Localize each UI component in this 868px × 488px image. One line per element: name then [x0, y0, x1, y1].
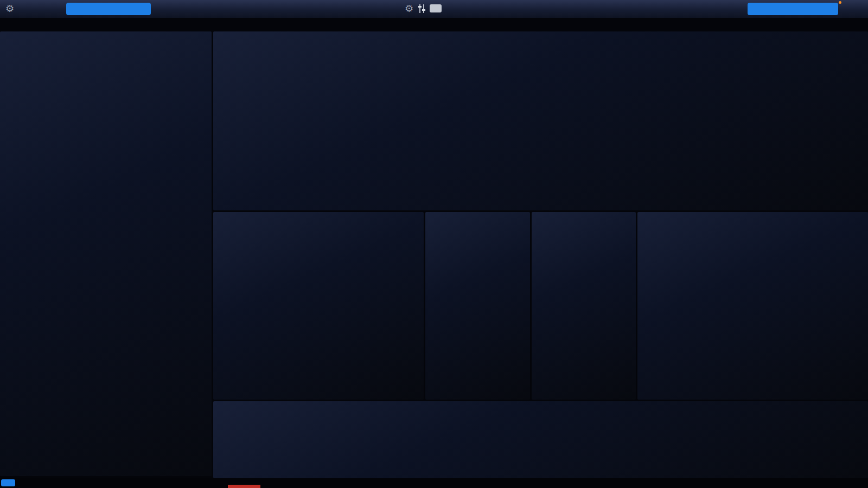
surround-scope-panel	[213, 212, 424, 400]
top-bar: ⚙ ⚙	[0, 0, 868, 18]
mixer-faders-icon[interactable]	[418, 4, 426, 14]
bottom-red-fragment	[228, 485, 260, 488]
settings-gear-icon[interactable]: ⚙	[405, 4, 413, 14]
window-bottom-bar	[0, 478, 868, 488]
bottom-left-blue-button[interactable]	[1, 479, 15, 486]
magnitude-spectrum-panel	[213, 31, 868, 210]
audio-source-gear-icon[interactable]: ⚙	[5, 4, 14, 14]
analyzer-window: ⚙ ⚙	[0, 0, 868, 488]
rms-metering-panel	[425, 212, 530, 400]
loudness-metering-panel	[637, 212, 868, 400]
preset-modified-dot	[839, 1, 841, 4]
spatial-spectrogram-panel	[0, 31, 212, 476]
io-routing-icon[interactable]	[430, 4, 442, 12]
metering-history-panel	[213, 401, 868, 478]
hardware-input-button[interactable]	[66, 3, 151, 15]
true-peak-panel	[532, 212, 636, 400]
layout-preset-button[interactable]	[748, 3, 838, 15]
info-bar	[0, 18, 868, 31]
